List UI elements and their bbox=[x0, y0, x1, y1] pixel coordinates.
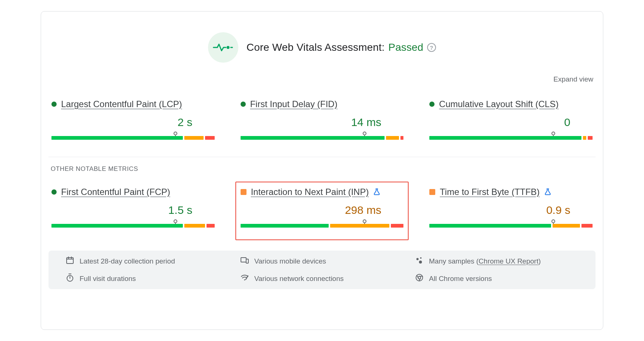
metric-ttfb: Time to First Byte (TTFB) 0.9 s bbox=[429, 187, 593, 228]
svg-rect-4 bbox=[246, 259, 248, 263]
metric-name-inp[interactable]: Interaction to Next Paint (INP) bbox=[251, 187, 369, 197]
metric-name-cls[interactable]: Cumulative Layout Shift (CLS) bbox=[439, 99, 559, 109]
other-metrics-label: OTHER NOTABLE METRICS bbox=[48, 165, 596, 173]
status-indicator-needs-improvement bbox=[429, 189, 435, 195]
footer-item-chrome: All Chrome versions bbox=[415, 273, 578, 284]
divider bbox=[48, 157, 596, 157]
footer-text: Various network connections bbox=[254, 275, 344, 283]
distribution-ttfb bbox=[429, 219, 593, 228]
chrome-icon bbox=[415, 273, 424, 284]
metric-name-fid[interactable]: First Input Delay (FID) bbox=[250, 99, 338, 109]
metric-name-lcp[interactable]: Largest Contentful Paint (LCP) bbox=[61, 99, 182, 109]
core-web-vitals-card: Core Web Vitals Assessment: Passed ? Exp… bbox=[41, 11, 603, 330]
metric-value-ttfb: 0.9 s bbox=[429, 204, 593, 216]
distribution-lcp bbox=[51, 131, 215, 140]
calendar-icon bbox=[66, 256, 74, 266]
footer-item-devices: Various mobile devices bbox=[240, 256, 404, 266]
footer-text: Various mobile devices bbox=[254, 257, 326, 265]
svg-point-9 bbox=[244, 279, 245, 280]
metric-name-fcp[interactable]: First Contentful Paint (FCP) bbox=[61, 187, 170, 197]
pulse-icon bbox=[208, 32, 238, 63]
metric-value-lcp: 2 s bbox=[51, 116, 215, 129]
svg-point-0 bbox=[227, 46, 229, 49]
distribution-fcp bbox=[51, 219, 215, 228]
expand-view-button[interactable]: Expand view bbox=[553, 75, 593, 83]
svg-rect-1 bbox=[230, 47, 233, 48]
metric-value-cls: 0 bbox=[429, 116, 593, 129]
footer-item-timer: Full visit durations bbox=[66, 273, 229, 284]
assessment-header: Core Web Vitals Assessment: Passed ? bbox=[48, 32, 596, 63]
help-icon[interactable]: ? bbox=[427, 43, 436, 52]
status-indicator-good bbox=[241, 102, 246, 107]
metric-cls: Cumulative Layout Shift (CLS) 0 bbox=[429, 99, 593, 140]
svg-point-5 bbox=[416, 258, 419, 260]
core-metrics-grid: Largest Contentful Paint (LCP) 2 s First… bbox=[48, 99, 596, 140]
metric-value-fid: 14 ms bbox=[241, 116, 404, 129]
status-indicator-good bbox=[51, 102, 57, 107]
experimental-icon bbox=[373, 188, 380, 196]
footer-item-samples: Many samples (Chrome UX Report) bbox=[415, 256, 578, 266]
timer-icon bbox=[66, 273, 74, 284]
crux-report-link[interactable]: Chrome UX Report bbox=[479, 257, 539, 265]
devices-icon bbox=[240, 256, 249, 266]
svg-point-7 bbox=[419, 261, 422, 264]
data-source-footer: Latest 28-day collection period Various … bbox=[48, 251, 596, 289]
other-metrics-grid: First Contentful Paint (FCP) 1.5 s Inter… bbox=[48, 187, 596, 228]
footer-item-calendar: Latest 28-day collection period bbox=[66, 256, 229, 266]
metric-fcp: First Contentful Paint (FCP) 1.5 s bbox=[51, 187, 215, 228]
status-indicator-good bbox=[51, 189, 57, 195]
assessment-title: Core Web Vitals Assessment: Passed ? bbox=[246, 42, 436, 53]
metric-value-fcp: 1.5 s bbox=[51, 204, 215, 216]
status-indicator-needs-improvement bbox=[241, 189, 246, 195]
svg-rect-2 bbox=[67, 258, 73, 264]
network-icon bbox=[240, 273, 249, 284]
footer-text: Latest 28-day collection period bbox=[80, 257, 175, 265]
metric-name-ttfb[interactable]: Time to First Byte (TTFB) bbox=[440, 187, 540, 197]
status-indicator-good bbox=[429, 102, 435, 107]
footer-item-network: Various network connections bbox=[240, 273, 404, 284]
footer-text: All Chrome versions bbox=[429, 275, 492, 283]
metric-fid: First Input Delay (FID) 14 ms bbox=[241, 99, 404, 140]
distribution-fid bbox=[241, 131, 404, 140]
svg-point-6 bbox=[420, 257, 422, 259]
metric-inp: Interaction to Next Paint (INP) 298 ms bbox=[235, 182, 409, 240]
assessment-title-prefix: Core Web Vitals Assessment: bbox=[246, 42, 385, 53]
samples-icon bbox=[415, 256, 424, 266]
footer-text: Many samples (Chrome UX Report) bbox=[429, 257, 541, 265]
svg-rect-3 bbox=[241, 258, 246, 262]
metric-value-inp: 298 ms bbox=[241, 204, 404, 216]
distribution-cls bbox=[429, 131, 593, 140]
metric-lcp: Largest Contentful Paint (LCP) 2 s bbox=[51, 99, 215, 140]
footer-text: Full visit durations bbox=[80, 275, 136, 283]
experimental-icon bbox=[544, 188, 551, 196]
distribution-inp bbox=[241, 219, 404, 228]
assessment-status: Passed bbox=[388, 42, 423, 53]
